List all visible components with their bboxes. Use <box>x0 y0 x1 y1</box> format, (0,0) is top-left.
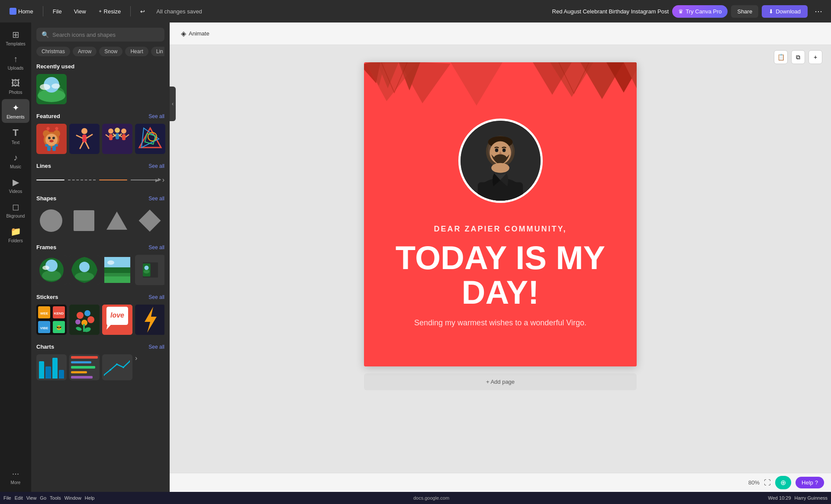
frames-header: Frames See all <box>36 244 164 250</box>
resize-button[interactable]: ✦ Resize <box>94 6 126 17</box>
sidebar-item-templates[interactable]: ⊞ Templates <box>2 26 29 50</box>
chart-item-bar[interactable] <box>36 354 67 380</box>
line-item-solid[interactable] <box>36 173 64 186</box>
sidebar-item-elements[interactable]: ✦ Elements <box>2 99 29 123</box>
tag-heart[interactable]: Heart <box>125 47 148 56</box>
charts-title: Charts <box>36 343 54 350</box>
svg-line-24 <box>86 142 89 148</box>
chart-item-line[interactable] <box>102 354 132 380</box>
frame-circle-icon <box>36 255 67 285</box>
try-pro-label: Try Canva Pro <box>686 8 721 15</box>
undo-button[interactable]: ↩ <box>136 6 149 17</box>
sticker-item-3[interactable]: love <box>102 305 132 335</box>
party-icon <box>102 126 132 152</box>
line-item-dashed[interactable] <box>68 173 96 186</box>
sidebar-item-background[interactable]: ◻ Bkground <box>2 198 29 222</box>
featured-item-3[interactable] <box>102 124 132 154</box>
home-button[interactable]: Home <box>5 5 38 17</box>
charts-chevron-right[interactable]: › <box>135 354 137 380</box>
colorful-shape-icon <box>137 126 163 152</box>
canvas-ctrl-duplicate[interactable]: ⧉ <box>791 50 805 64</box>
svg-point-55 <box>143 270 149 273</box>
lines-chevron-right[interactable]: › <box>162 176 164 184</box>
collapse-icon: ‹ <box>172 101 174 107</box>
help-icon: ? <box>815 479 818 486</box>
featured-item-4[interactable] <box>135 124 165 154</box>
sticker-item-2[interactable] <box>69 305 100 335</box>
taskbar-help[interactable]: Help <box>85 495 95 501</box>
tag-snow[interactable]: Snow <box>99 47 122 56</box>
chart-item-stacked[interactable] <box>69 354 100 380</box>
taskbar-file[interactable]: File <box>3 495 11 501</box>
collapse-panel-handle[interactable]: ‹ <box>170 87 176 121</box>
featured-item-2[interactable] <box>69 124 100 154</box>
featured-section: Featured See all <box>36 113 164 154</box>
taskbar-window[interactable]: Window <box>64 495 81 501</box>
sidebar-item-music[interactable]: ♪ Music <box>2 149 29 173</box>
shape-item-triangle[interactable] <box>102 206 132 235</box>
svg-line-23 <box>80 142 83 148</box>
sidebar-item-text[interactable]: T Text <box>2 124 29 148</box>
sidebar-item-more[interactable]: ··· More <box>2 465 29 488</box>
shape-item-diamond[interactable] <box>135 206 164 235</box>
charts-see-all[interactable]: See all <box>148 344 164 350</box>
share-button[interactable]: Share <box>731 5 758 18</box>
taskbar-left: File Edit View Go Tools Window Help <box>3 495 94 501</box>
tag-arrow[interactable]: Arrow <box>73 47 97 56</box>
taskbar-go[interactable]: Go <box>40 495 46 501</box>
sidebar-item-videos[interactable]: ▶ Videos <box>2 173 29 197</box>
stacked-bar-5 <box>71 376 93 379</box>
shape-item-square[interactable] <box>69 206 99 235</box>
line-item-colored[interactable] <box>99 173 127 186</box>
sidebar-item-uploads[interactable]: ↑ Uploads <box>2 51 29 74</box>
taskbar-tools[interactable]: Tools <box>50 495 61 501</box>
line-item-arrow[interactable]: ▶ <box>131 173 159 186</box>
search-input[interactable] <box>52 32 159 38</box>
sidebar-item-folders[interactable]: 📁 Folders <box>2 223 29 247</box>
zoom-fit-button[interactable]: ⊕ <box>775 476 791 489</box>
add-page-button[interactable]: + Add page <box>364 373 637 390</box>
shapes-see-all[interactable]: See all <box>148 196 164 202</box>
frame-item-4[interactable] <box>135 255 164 285</box>
help-button[interactable]: Help ? <box>796 477 824 488</box>
lines-see-all[interactable]: See all <box>148 163 164 169</box>
ellipsis-icon: ⋯ <box>815 7 822 16</box>
taskbar-url: docs.google.com <box>413 495 449 501</box>
canvas-ctrl-notes[interactable]: 📋 <box>774 50 788 64</box>
svg-line-36 <box>126 135 129 137</box>
line-chart-svg <box>104 358 130 379</box>
sidebar-item-photos[interactable]: 🖼 Photos <box>2 75 29 98</box>
more-options-button[interactable]: ⋯ <box>811 3 826 19</box>
zoom-fullscreen-button[interactable]: ⛶ <box>764 479 771 487</box>
tag-christmas[interactable]: Christmas <box>36 47 70 56</box>
recently-item-1[interactable] <box>36 74 67 104</box>
download-button[interactable]: ⬇ Download <box>762 5 808 18</box>
tag-lines[interactable]: Lin <box>151 47 164 56</box>
svg-point-80 <box>110 369 111 371</box>
profile-face-svg <box>461 119 541 203</box>
featured-item-1[interactable] <box>36 124 67 154</box>
frame-item-2[interactable] <box>69 255 100 285</box>
expand-icon: ⛶ <box>764 479 771 486</box>
frame-item-1[interactable] <box>36 255 67 285</box>
featured-see-all[interactable]: See all <box>148 113 164 119</box>
shape-item-circle[interactable] <box>36 206 66 235</box>
templates-label: Templates <box>6 42 26 46</box>
file-button[interactable]: File <box>48 6 66 17</box>
canvas-ctrl-add[interactable]: + <box>808 50 822 64</box>
featured-chevron-right[interactable]: › <box>168 135 170 143</box>
sticker-item-4[interactable] <box>135 305 164 335</box>
stickers-see-all[interactable]: See all <box>148 294 164 300</box>
try-pro-button[interactable]: ♛ Try Canva Pro <box>672 5 728 18</box>
music-label: Music <box>10 164 21 169</box>
frame-item-3[interactable] <box>102 255 132 285</box>
frames-see-all[interactable]: See all <box>148 244 164 250</box>
svg-rect-112 <box>477 182 522 201</box>
svg-point-4 <box>40 84 50 90</box>
sticker-item-1[interactable]: WEE KEND VIBE 😎 <box>36 305 67 335</box>
flower-sticker-icon <box>69 305 100 335</box>
animate-button[interactable]: ◈ Animate <box>177 27 214 40</box>
taskbar-edit[interactable]: Edit <box>15 495 23 501</box>
view-button[interactable]: View <box>70 6 90 17</box>
taskbar-view[interactable]: View <box>26 495 37 501</box>
